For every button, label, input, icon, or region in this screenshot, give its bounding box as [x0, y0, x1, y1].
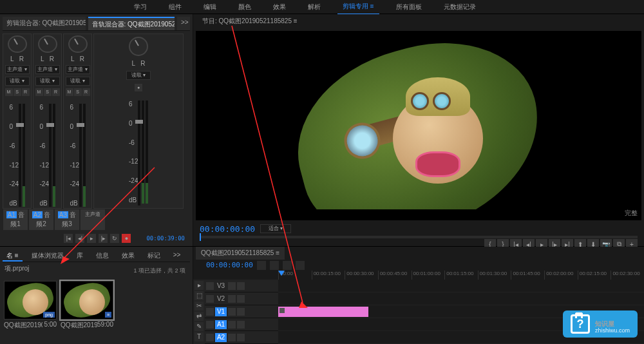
automation-dropdown[interactable]: 读取 ▾: [35, 77, 60, 86]
libraries-tab[interactable]: 库: [73, 249, 87, 262]
zoom-dropdown[interactable]: 适合 ▾: [260, 224, 291, 233]
step-fwd-icon[interactable]: |▸: [99, 234, 108, 243]
project-panel: 名 ≡ 媒体浏览器 库 信息 效果 标记 >> 项.prproj 1 项已选择，…: [0, 247, 193, 344]
marker-icon[interactable]: [283, 261, 292, 270]
effects-tab[interactable]: 效果: [118, 249, 138, 262]
solo-icon[interactable]: [237, 321, 245, 329]
tab-edit[interactable]: 编辑: [198, 0, 222, 14]
clip-mixer-tab[interactable]: 剪辑混合器: QQ截图20190521185825: [3, 17, 86, 30]
markers-tab[interactable]: 标记: [144, 249, 164, 262]
track-mixer-tab[interactable]: 音轨混合器: QQ截图20190521185825 ≡: [88, 17, 175, 30]
play-icon[interactable]: ▸: [87, 234, 96, 243]
record-button[interactable]: R: [22, 88, 30, 96]
program-timecode[interactable]: 00:00:00:00: [200, 224, 255, 234]
program-view[interactable]: 完整: [196, 31, 641, 220]
track-strip-3: LR 主声道 ▾ 读取 ▾ MSR 60-6-12-24dB: [63, 33, 92, 209]
loop-icon[interactable]: ↻: [110, 234, 119, 243]
pan-knob[interactable]: [68, 35, 88, 53]
project-tab[interactable]: 名 ≡: [3, 249, 23, 262]
program-scrubber[interactable]: [200, 236, 638, 238]
mixer-transport: |◂ ◂| ▸ |▸ ↻ ● 00:00:39:00: [3, 233, 190, 244]
tab-all-panels[interactable]: 所有面板: [391, 0, 427, 14]
program-monitor: 节目: QQ截图20190521185825 ≡ 完整 00:00:00:00 …: [193, 14, 644, 246]
output-dropdown[interactable]: 主声道 ▾: [5, 65, 30, 74]
toggle-output-icon[interactable]: [228, 282, 236, 290]
razor-tool-icon[interactable]: ✂: [194, 301, 204, 311]
mute-icon[interactable]: [228, 321, 236, 329]
track-label: A3 音频3: [55, 209, 79, 230]
program-tab[interactable]: 节目: QQ截图20190521185825 ≡: [197, 15, 303, 28]
track-label: A2 音频2: [29, 209, 53, 230]
video-track-header[interactable]: V2: [205, 292, 278, 305]
pan-knob[interactable]: [8, 35, 27, 53]
audio-track-header[interactable]: A2: [205, 331, 278, 344]
info-tab[interactable]: 信息: [92, 249, 113, 262]
linked-selection-icon[interactable]: [270, 261, 279, 270]
full-label: 完整: [625, 209, 638, 218]
media-browser-tab[interactable]: 媒体浏览器: [28, 249, 68, 262]
timeline-tools: ▸ ⬚ ✂ ⇄ ✎ T: [193, 280, 205, 344]
mixer-overflow[interactable]: >>: [177, 17, 190, 30]
master-mute[interactable]: ●: [135, 84, 142, 91]
tab-color[interactable]: 颜色: [233, 0, 256, 14]
go-to-in-icon[interactable]: |◂: [64, 234, 73, 243]
output-dropdown[interactable]: 主声道 ▾: [35, 65, 60, 74]
watermark-icon: ?: [571, 314, 590, 334]
step-back-icon[interactable]: ◂|: [75, 234, 84, 243]
tab-learn[interactable]: 学习: [129, 0, 152, 14]
tab-audio[interactable]: 解析: [303, 0, 326, 14]
project-overflow[interactable]: >>: [169, 249, 185, 262]
lock-icon[interactable]: [206, 282, 214, 290]
snap-icon[interactable]: [257, 261, 266, 270]
time-ruler[interactable]: 00:0000:00:15:0000:00:30:0000:00:45:0000…: [278, 271, 644, 280]
track-strip-2: LR 主声道 ▾ 读取 ▾ MSR 60-6-12-24dB: [33, 33, 62, 209]
automation-dropdown[interactable]: 读取 ▾: [5, 77, 30, 86]
audio-mixer-panel: 剪辑混合器: QQ截图20190521185825 音轨混合器: QQ截图201…: [0, 14, 193, 246]
record-icon[interactable]: ●: [122, 234, 131, 243]
type-tool-icon[interactable]: T: [194, 332, 204, 341]
track-headers: V3 V2 V1 A1 A2: [205, 280, 278, 344]
track-strip-1: LR 主声道 ▾ 读取 ▾ M S R 60-6-12-24dB: [3, 33, 32, 209]
fx-badge-icon[interactable]: [279, 308, 285, 313]
tab-assembly[interactable]: 组件: [164, 0, 187, 14]
video-clip[interactable]: [278, 307, 368, 317]
workspace-tabs: 学习 组件 编辑 颜色 效果 解析 剪辑专用 ≡ 所有面板 元数据记录: [0, 0, 644, 14]
slip-tool-icon[interactable]: ⇄: [194, 312, 204, 321]
pan-knob[interactable]: [38, 35, 57, 53]
project-name: 项.prproj: [5, 264, 29, 278]
level-meter: [23, 104, 25, 207]
tab-editing-custom[interactable]: 剪辑专用 ≡: [337, 0, 379, 15]
selection-tool-icon[interactable]: ▸: [194, 281, 204, 290]
settings-icon[interactable]: [296, 261, 305, 270]
tab-effects[interactable]: 效果: [268, 0, 291, 14]
track-select-tool-icon[interactable]: ⬚: [194, 291, 204, 300]
track-label: 主声道: [80, 209, 105, 230]
master-fader[interactable]: [138, 100, 140, 205]
watermark: ? 知识屋zhishiwu.com: [563, 311, 638, 338]
pen-tool-icon[interactable]: ✎: [194, 322, 204, 331]
solo-button[interactable]: S: [14, 88, 21, 96]
mute-button[interactable]: M: [5, 88, 13, 96]
timeline-timecode[interactable]: 00:00:00:00: [206, 261, 253, 269]
master-strip: LR 读取 ▾ ● 60-6-12-24dB: [93, 33, 184, 209]
sequence-tab[interactable]: QQ截图20190521185825 ≡: [196, 247, 285, 260]
eye-icon[interactable]: [237, 282, 245, 290]
transport-timecode: 00:00:39:00: [146, 234, 185, 243]
volume-fader[interactable]: [19, 104, 21, 207]
video-track-header[interactable]: V1: [205, 305, 278, 318]
video-track-header[interactable]: V3: [205, 280, 278, 292]
track-label: A1 音频1: [3, 209, 28, 230]
audio-track-header[interactable]: A1: [205, 318, 278, 331]
selection-status: 1 项已选择，共 2 项: [131, 264, 188, 278]
master-knob[interactable]: [129, 37, 148, 56]
bin-item[interactable]: png QQ截图20190521185825.png5:00: [4, 281, 57, 340]
bin-item[interactable]: ≡ QQ截图2019052118582559:00: [61, 281, 113, 340]
mixer-tabs: 剪辑混合器: QQ截图20190521185825 音轨混合器: QQ截图201…: [3, 17, 190, 31]
tab-metadata[interactable]: 元数据记录: [439, 0, 481, 14]
